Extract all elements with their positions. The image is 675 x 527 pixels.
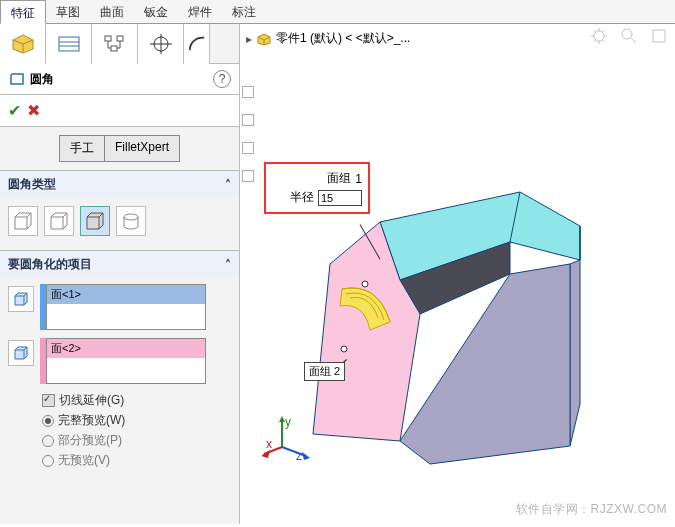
search-icon[interactable] — [619, 26, 639, 46]
mode-xpert[interactable]: FilletXpert — [104, 135, 180, 162]
type-full[interactable] — [116, 206, 146, 236]
help-icon[interactable]: ? — [213, 70, 231, 88]
fly-icon[interactable] — [242, 86, 254, 98]
panel-tab-target[interactable] — [138, 24, 184, 64]
svg-marker-21 — [262, 450, 270, 458]
section-items-head[interactable]: 要圆角化的项目 ˄ — [0, 251, 239, 278]
svg-text:y: y — [285, 415, 291, 429]
cancel-button[interactable]: ✖ — [27, 101, 40, 120]
type-constant[interactable] — [8, 206, 38, 236]
svg-rect-13 — [653, 30, 665, 42]
fillet-type-row — [8, 204, 231, 240]
expand-arrow-icon[interactable]: ▸ — [246, 32, 252, 46]
property-panel: 圆角 ? ✔ ✖ 手工 FilletXpert 圆角类型 ˄ — [0, 24, 240, 524]
section-type-head[interactable]: 圆角类型 ˄ — [0, 171, 239, 198]
cube-icon — [9, 32, 37, 54]
fly-icon[interactable] — [242, 114, 254, 126]
gear-icon[interactable] — [589, 26, 609, 46]
fillet-callout[interactable]: 面组 1 半径 — [264, 162, 370, 214]
radio-icon — [42, 415, 54, 427]
ribbon-tab-sheetmetal[interactable]: 钣金 — [134, 0, 178, 24]
section-type-label: 圆角类型 — [8, 176, 56, 193]
opt-full[interactable]: 完整预览(W) — [42, 412, 231, 429]
callout-radius-input[interactable] — [318, 190, 362, 206]
type-variable[interactable] — [44, 206, 74, 236]
panel-tab-tree[interactable] — [92, 24, 138, 64]
chevron-up-icon: ˄ — [225, 258, 231, 272]
svg-point-11 — [622, 29, 632, 39]
selected-face-2[interactable]: 面<2> — [47, 339, 205, 358]
selection-row-1: 面<1> — [8, 284, 231, 330]
svg-line-18 — [282, 447, 306, 456]
view-sidebar-icons — [242, 86, 254, 182]
crosshair-icon — [147, 33, 175, 55]
face-select-icon[interactable] — [8, 286, 34, 312]
selected-face-1[interactable]: 面<1> — [47, 285, 205, 304]
ribbon-tab-weldment[interactable]: 焊件 — [178, 0, 222, 24]
graphics-viewport[interactable]: ▸ 零件1 (默认) < <默认>_... — [240, 24, 675, 524]
breadcrumb-text: 零件1 (默认) < <默认>_... — [276, 30, 410, 47]
panel-tab-feature[interactable] — [0, 24, 46, 64]
svg-rect-4 — [117, 36, 123, 41]
ribbon-tab-sketch[interactable]: 草图 — [46, 0, 90, 24]
radio-icon — [42, 455, 54, 467]
fillet-icon — [8, 71, 26, 87]
feature-title: 圆角 — [30, 71, 54, 88]
list-icon — [55, 33, 83, 55]
callout-radius-label: 半径 — [290, 189, 314, 206]
feature-header: 圆角 ? — [0, 64, 239, 95]
triad-axis-icon: y z x — [262, 412, 312, 462]
more-icon[interactable] — [649, 26, 669, 46]
svg-point-9 — [124, 214, 138, 220]
svg-point-15 — [341, 346, 347, 352]
opt-none[interactable]: 无预览(V) — [42, 452, 231, 469]
mode-row: 手工 FilletXpert — [0, 127, 239, 170]
svg-line-12 — [631, 38, 636, 43]
svg-rect-5 — [111, 46, 117, 51]
ribbon-tab-surface[interactable]: 曲面 — [90, 0, 134, 24]
fly-icon[interactable] — [242, 142, 254, 154]
confirm-row: ✔ ✖ — [0, 95, 239, 127]
chevron-up-icon: ˄ — [225, 178, 231, 192]
section-type: 圆角类型 ˄ — [0, 170, 239, 250]
opt-tangent[interactable]: 切线延伸(G) — [42, 392, 231, 409]
opt-partial-label: 部分预览(P) — [58, 432, 122, 449]
type-face[interactable] — [80, 206, 110, 236]
ok-button[interactable]: ✔ — [8, 101, 21, 120]
selection-list-1[interactable]: 面<1> — [46, 284, 206, 330]
section-items: 要圆角化的项目 ˄ 面<1> — [0, 250, 239, 482]
svg-point-14 — [362, 281, 368, 287]
fly-icon[interactable] — [242, 170, 254, 182]
panel-tab-more[interactable] — [184, 24, 210, 64]
section-items-label: 要圆角化的项目 — [8, 256, 92, 273]
svg-text:x: x — [266, 437, 272, 451]
breadcrumb[interactable]: ▸ 零件1 (默认) < <默认>_... — [246, 30, 410, 47]
selection-list-2[interactable]: 面<2> — [46, 338, 206, 384]
selection-row-2: 面<2> — [8, 338, 231, 384]
arc-icon — [188, 33, 206, 55]
face-select-icon[interactable] — [8, 340, 34, 366]
svg-text:z: z — [296, 449, 302, 462]
radio-icon — [42, 435, 54, 447]
ribbon-tab-annotate[interactable]: 标注 — [222, 0, 266, 24]
opt-full-label: 完整预览(W) — [58, 412, 125, 429]
callout-group-label: 面组 — [327, 170, 351, 187]
svg-rect-0 — [59, 37, 79, 51]
face-group-tag[interactable]: 面组 2 — [304, 362, 345, 381]
callout-group-value: 1 — [355, 172, 362, 186]
view-tools — [589, 26, 669, 46]
watermark: 软件自学网：RJZXW.COM — [516, 501, 668, 518]
part-icon — [256, 32, 272, 46]
checkbox-icon — [42, 394, 55, 407]
ribbon-tabs: 特征 草图 曲面 钣金 焊件 标注 — [0, 0, 675, 24]
opt-none-label: 无预览(V) — [58, 452, 110, 469]
panel-tab-strip — [0, 24, 239, 64]
panel-tab-config[interactable] — [46, 24, 92, 64]
tree-icon — [101, 33, 129, 55]
mode-manual[interactable]: 手工 — [59, 135, 104, 162]
svg-marker-19 — [302, 452, 310, 460]
ribbon-tab-feature[interactable]: 特征 — [0, 0, 46, 24]
opt-tangent-label: 切线延伸(G) — [59, 392, 124, 409]
opt-partial[interactable]: 部分预览(P) — [42, 432, 231, 449]
svg-rect-3 — [105, 36, 111, 41]
